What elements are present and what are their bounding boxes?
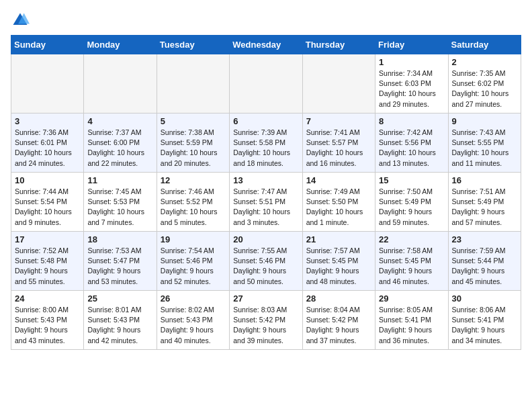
calendar-cell: 2Sunrise: 7:35 AM Sunset: 6:02 PM Daylig… [448, 54, 521, 113]
calendar-cell: 4Sunrise: 7:37 AM Sunset: 6:00 PM Daylig… [84, 113, 157, 173]
calendar-cell: 16Sunrise: 7:51 AM Sunset: 5:49 PM Dayli… [448, 173, 521, 232]
day-number: 11 [87, 175, 152, 185]
day-info: Sunrise: 7:35 AM Sunset: 6:02 PM Dayligh… [452, 68, 517, 109]
day-info: Sunrise: 8:04 AM Sunset: 5:42 PM Dayligh… [306, 305, 371, 346]
calendar-cell: 14Sunrise: 7:49 AM Sunset: 5:50 PM Dayli… [302, 173, 375, 232]
calendar-cell: 3Sunrise: 7:36 AM Sunset: 6:01 PM Daylig… [11, 113, 84, 173]
day-info: Sunrise: 7:50 AM Sunset: 5:49 PM Dayligh… [379, 187, 444, 228]
day-number: 1 [379, 57, 444, 67]
calendar-cell: 17Sunrise: 7:52 AM Sunset: 5:48 PM Dayli… [11, 232, 84, 291]
day-number: 3 [15, 116, 80, 126]
day-info: Sunrise: 7:36 AM Sunset: 6:01 PM Dayligh… [15, 128, 80, 169]
day-number: 19 [161, 234, 226, 244]
day-info: Sunrise: 7:34 AM Sunset: 6:03 PM Dayligh… [379, 68, 444, 109]
day-number: 14 [306, 175, 371, 185]
day-number: 24 [15, 293, 80, 304]
day-info: Sunrise: 7:51 AM Sunset: 5:49 PM Dayligh… [452, 187, 517, 228]
day-info: Sunrise: 7:58 AM Sunset: 5:45 PM Dayligh… [379, 246, 444, 287]
calendar-cell [84, 54, 157, 113]
day-number: 5 [161, 116, 226, 126]
day-info: Sunrise: 8:01 AM Sunset: 5:43 PM Dayligh… [87, 305, 152, 346]
day-info: Sunrise: 8:02 AM Sunset: 5:43 PM Dayligh… [161, 305, 226, 346]
day-number: 16 [452, 175, 517, 185]
day-number: 13 [233, 175, 298, 185]
day-number: 4 [87, 116, 152, 126]
day-info: Sunrise: 7:54 AM Sunset: 5:46 PM Dayligh… [161, 246, 226, 287]
day-info: Sunrise: 8:06 AM Sunset: 5:41 PM Dayligh… [452, 305, 517, 346]
day-info: Sunrise: 7:44 AM Sunset: 5:54 PM Dayligh… [15, 187, 80, 228]
day-number: 25 [87, 293, 152, 304]
day-info: Sunrise: 7:46 AM Sunset: 5:52 PM Dayligh… [161, 187, 226, 228]
day-info: Sunrise: 7:42 AM Sunset: 5:56 PM Dayligh… [379, 128, 444, 169]
weekday-header-sunday: Sunday [11, 36, 84, 54]
calendar-cell: 27Sunrise: 8:03 AM Sunset: 5:42 PM Dayli… [230, 291, 302, 350]
calendar-cell [230, 54, 302, 113]
day-number: 9 [452, 116, 517, 126]
day-info: Sunrise: 7:45 AM Sunset: 5:53 PM Dayligh… [87, 187, 152, 228]
day-info: Sunrise: 7:57 AM Sunset: 5:45 PM Dayligh… [306, 246, 371, 287]
weekday-header-tuesday: Tuesday [157, 36, 229, 54]
calendar-cell: 18Sunrise: 7:53 AM Sunset: 5:47 PM Dayli… [84, 232, 157, 291]
calendar-cell: 13Sunrise: 7:47 AM Sunset: 5:51 PM Dayli… [230, 173, 302, 232]
day-number: 15 [379, 175, 444, 185]
calendar-cell: 29Sunrise: 8:05 AM Sunset: 5:41 PM Dayli… [375, 291, 448, 350]
weekday-header-wednesday: Wednesday [230, 36, 302, 54]
day-info: Sunrise: 8:05 AM Sunset: 5:41 PM Dayligh… [379, 305, 444, 346]
day-number: 2 [452, 57, 517, 67]
day-number: 10 [15, 175, 80, 185]
day-info: Sunrise: 7:43 AM Sunset: 5:55 PM Dayligh… [452, 128, 517, 169]
calendar-cell: 6Sunrise: 7:39 AM Sunset: 5:58 PM Daylig… [230, 113, 302, 173]
calendar-cell: 15Sunrise: 7:50 AM Sunset: 5:49 PM Dayli… [375, 173, 448, 232]
day-info: Sunrise: 7:41 AM Sunset: 5:57 PM Dayligh… [306, 128, 371, 169]
day-info: Sunrise: 7:55 AM Sunset: 5:46 PM Dayligh… [233, 246, 298, 287]
calendar-cell: 23Sunrise: 7:59 AM Sunset: 5:44 PM Dayli… [448, 232, 521, 291]
day-info: Sunrise: 7:49 AM Sunset: 5:50 PM Dayligh… [306, 187, 371, 228]
calendar-table: SundayMondayTuesdayWednesdayThursdayFrid… [11, 35, 521, 350]
calendar-cell: 11Sunrise: 7:45 AM Sunset: 5:53 PM Dayli… [84, 173, 157, 232]
calendar-cell: 19Sunrise: 7:54 AM Sunset: 5:46 PM Dayli… [157, 232, 229, 291]
calendar-cell: 7Sunrise: 7:41 AM Sunset: 5:57 PM Daylig… [302, 113, 375, 173]
weekday-header-friday: Friday [375, 36, 448, 54]
calendar-cell [302, 54, 375, 113]
weekday-header-saturday: Saturday [448, 36, 521, 54]
calendar-cell: 30Sunrise: 8:06 AM Sunset: 5:41 PM Dayli… [448, 291, 521, 350]
day-number: 27 [233, 293, 298, 304]
calendar-cell: 1Sunrise: 7:34 AM Sunset: 6:03 PM Daylig… [375, 54, 448, 113]
calendar-cell: 20Sunrise: 7:55 AM Sunset: 5:46 PM Dayli… [230, 232, 302, 291]
day-number: 22 [379, 234, 444, 244]
day-number: 21 [306, 234, 371, 244]
calendar-cell: 9Sunrise: 7:43 AM Sunset: 5:55 PM Daylig… [448, 113, 521, 173]
day-number: 6 [233, 116, 298, 126]
day-info: Sunrise: 7:37 AM Sunset: 6:00 PM Dayligh… [87, 128, 152, 169]
day-number: 29 [379, 293, 444, 304]
day-number: 26 [161, 293, 226, 304]
page-header [11, 11, 521, 30]
day-info: Sunrise: 7:59 AM Sunset: 5:44 PM Dayligh… [452, 246, 517, 287]
day-number: 30 [452, 293, 517, 304]
day-number: 8 [379, 116, 444, 126]
calendar-cell [11, 54, 84, 113]
day-number: 18 [87, 234, 152, 244]
calendar-cell: 8Sunrise: 7:42 AM Sunset: 5:56 PM Daylig… [375, 113, 448, 173]
day-info: Sunrise: 8:03 AM Sunset: 5:42 PM Dayligh… [233, 305, 298, 346]
calendar-cell: 25Sunrise: 8:01 AM Sunset: 5:43 PM Dayli… [84, 291, 157, 350]
calendar-cell: 10Sunrise: 7:44 AM Sunset: 5:54 PM Dayli… [11, 173, 84, 232]
day-info: Sunrise: 7:53 AM Sunset: 5:47 PM Dayligh… [87, 246, 152, 287]
day-info: Sunrise: 7:38 AM Sunset: 5:59 PM Dayligh… [161, 128, 226, 169]
logo-icon [11, 11, 30, 30]
calendar-cell: 26Sunrise: 8:02 AM Sunset: 5:43 PM Dayli… [157, 291, 229, 350]
calendar-cell: 12Sunrise: 7:46 AM Sunset: 5:52 PM Dayli… [157, 173, 229, 232]
day-info: Sunrise: 8:00 AM Sunset: 5:43 PM Dayligh… [15, 305, 80, 346]
day-number: 28 [306, 293, 371, 304]
weekday-header-monday: Monday [84, 36, 157, 54]
day-number: 20 [233, 234, 298, 244]
weekday-header-thursday: Thursday [302, 36, 375, 54]
day-number: 17 [15, 234, 80, 244]
calendar-cell [157, 54, 229, 113]
day-info: Sunrise: 7:52 AM Sunset: 5:48 PM Dayligh… [15, 246, 80, 287]
calendar-cell: 5Sunrise: 7:38 AM Sunset: 5:59 PM Daylig… [157, 113, 229, 173]
calendar-cell: 22Sunrise: 7:58 AM Sunset: 5:45 PM Dayli… [375, 232, 448, 291]
day-number: 7 [306, 116, 371, 126]
calendar-cell: 21Sunrise: 7:57 AM Sunset: 5:45 PM Dayli… [302, 232, 375, 291]
day-info: Sunrise: 7:39 AM Sunset: 5:58 PM Dayligh… [233, 128, 298, 169]
